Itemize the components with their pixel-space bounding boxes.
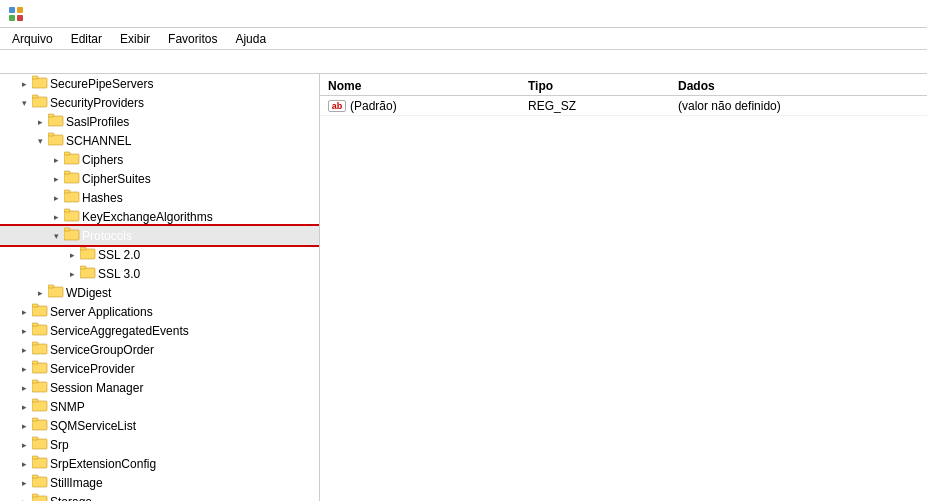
expand-btn-schannel[interactable]: ▾ [32,136,48,146]
expand-btn-sessionmanager[interactable]: ▸ [16,383,32,393]
folder-icon-serviceaggregatedevents [32,322,48,339]
svg-rect-1 [17,7,23,13]
detail-cell-type: REG_SZ [528,99,678,113]
tree-item-wdigest[interactable]: ▸ WDigest [0,283,319,302]
expand-btn-ciphers[interactable]: ▸ [48,155,64,165]
tree-item-serviceaggregatedevents[interactable]: ▸ ServiceAggregatedEvents [0,321,319,340]
folder-icon-schannel [48,132,64,149]
svg-rect-38 [32,401,47,411]
svg-rect-45 [32,456,38,459]
tree-item-ssl30[interactable]: ▸ SSL 3.0 [0,264,319,283]
svg-rect-35 [32,361,38,364]
tree-label-saslprofiles: SaslProfiles [66,115,129,129]
expand-btn-hashes[interactable]: ▸ [48,193,64,203]
expand-btn-serviceprovider[interactable]: ▸ [16,364,32,374]
expand-btn-saslprofiles[interactable]: ▸ [32,117,48,127]
svg-rect-7 [32,95,38,98]
expand-btn-srp[interactable]: ▸ [16,440,32,450]
expand-btn-snmp[interactable]: ▸ [16,402,32,412]
tree-item-hashes[interactable]: ▸ Hashes [0,188,319,207]
expand-btn-servicegrouporder[interactable]: ▸ [16,345,32,355]
svg-rect-33 [32,342,38,345]
tree-item-stillimage[interactable]: ▸ StillImage [0,473,319,492]
tree-item-storage[interactable]: ▸ Storage [0,492,319,501]
expand-btn-wdigest[interactable]: ▸ [32,288,48,298]
tree-item-ssl20[interactable]: ▸ SSL 2.0 [0,245,319,264]
svg-rect-43 [32,437,38,440]
folder-icon-servicegrouporder [32,341,48,358]
tree-item-saslprofiles[interactable]: ▸ SaslProfiles [0,112,319,131]
svg-rect-27 [48,285,54,288]
folder-icon-stillimage [32,474,48,491]
expand-btn-protocols[interactable]: ▾ [48,231,64,241]
folder-icon-srpextensionconfig [32,455,48,472]
menu-item-editar[interactable]: Editar [63,30,110,48]
svg-rect-18 [64,211,79,221]
svg-rect-30 [32,325,47,335]
svg-rect-40 [32,420,47,430]
tree-item-servicegrouporder[interactable]: ▸ ServiceGroupOrder [0,340,319,359]
expand-btn-storage[interactable]: ▸ [16,497,32,502]
tree-item-ciphers[interactable]: ▸ Ciphers [0,150,319,169]
tree-label-servicegrouporder: ServiceGroupOrder [50,343,154,357]
folder-icon-wdigest [48,284,64,301]
tree-label-ciphers: Ciphers [82,153,123,167]
tree-item-serviceprovider[interactable]: ▸ ServiceProvider [0,359,319,378]
svg-rect-44 [32,458,47,468]
svg-rect-46 [32,477,47,487]
tree-label-schannel: SCHANNEL [66,134,131,148]
tree-panel[interactable]: ▸ SecurePipeServers▾ SecurityProviders▸ … [0,74,320,501]
svg-rect-6 [32,97,47,107]
expand-btn-ssl20[interactable]: ▸ [64,250,80,260]
tree-label-sessionmanager: Session Manager [50,381,143,395]
col-header-type: Tipo [528,79,678,93]
folder-icon-securityproviders [32,94,48,111]
svg-rect-31 [32,323,38,326]
svg-rect-17 [64,190,70,193]
expand-btn-keyexchangealgorithms[interactable]: ▸ [48,212,64,222]
tree-item-schannel[interactable]: ▾ SCHANNEL [0,131,319,150]
tree-item-ciphersuites[interactable]: ▸ CipherSuites [0,169,319,188]
tree-label-storage: Storage [50,495,92,502]
detail-name-value: (Padrão) [350,99,397,113]
tree-item-keyexchangealgorithms[interactable]: ▸ KeyExchangeAlgorithms [0,207,319,226]
expand-btn-srpextensionconfig[interactable]: ▸ [16,459,32,469]
tree-item-sessionmanager[interactable]: ▸ Session Manager [0,378,319,397]
tree-item-securepipeservers[interactable]: ▸ SecurePipeServers [0,74,319,93]
tree-item-securityproviders[interactable]: ▾ SecurityProviders [0,93,319,112]
expand-btn-securityproviders[interactable]: ▾ [16,98,32,108]
tree-item-srp[interactable]: ▸ Srp [0,435,319,454]
folder-icon-ciphersuites [64,170,80,187]
col-header-name: Nome [328,79,528,93]
tree-item-serverapplications[interactable]: ▸ Server Applications [0,302,319,321]
expand-btn-stillimage[interactable]: ▸ [16,478,32,488]
expand-btn-serverapplications[interactable]: ▸ [16,307,32,317]
menu-item-favoritos[interactable]: Favoritos [160,30,225,48]
menu-item-exibir[interactable]: Exibir [112,30,158,48]
expand-btn-ciphersuites[interactable]: ▸ [48,174,64,184]
svg-rect-28 [32,306,47,316]
detail-cell-name: ab(Padrão) [328,99,528,113]
tree-item-sqmservicelist[interactable]: ▸ SQMServiceList [0,416,319,435]
folder-icon-protocols [64,227,80,244]
expand-btn-securepipeservers[interactable]: ▸ [16,79,32,89]
menu-item-arquivo[interactable]: Arquivo [4,30,61,48]
svg-rect-8 [48,116,63,126]
reg-type-icon: ab [328,100,346,112]
svg-rect-23 [80,247,86,250]
tree-item-srpextensionconfig[interactable]: ▸ SrpExtensionConfig [0,454,319,473]
tree-label-snmp: SNMP [50,400,85,414]
svg-rect-13 [64,152,70,155]
expand-btn-sqmservicelist[interactable]: ▸ [16,421,32,431]
expand-btn-serviceaggregatedevents[interactable]: ▸ [16,326,32,336]
tree-item-protocols[interactable]: ▾ Protocols [0,226,319,245]
tree-item-snmp[interactable]: ▸ SNMP [0,397,319,416]
menu-item-ajuda[interactable]: Ajuda [227,30,274,48]
tree-label-wdigest: WDigest [66,286,111,300]
svg-rect-15 [64,171,70,174]
detail-row[interactable]: ab(Padrão)REG_SZ(valor não definido) [320,96,927,116]
svg-rect-25 [80,266,86,269]
address-bar [0,50,927,74]
expand-btn-ssl30[interactable]: ▸ [64,269,80,279]
tree-label-serviceprovider: ServiceProvider [50,362,135,376]
